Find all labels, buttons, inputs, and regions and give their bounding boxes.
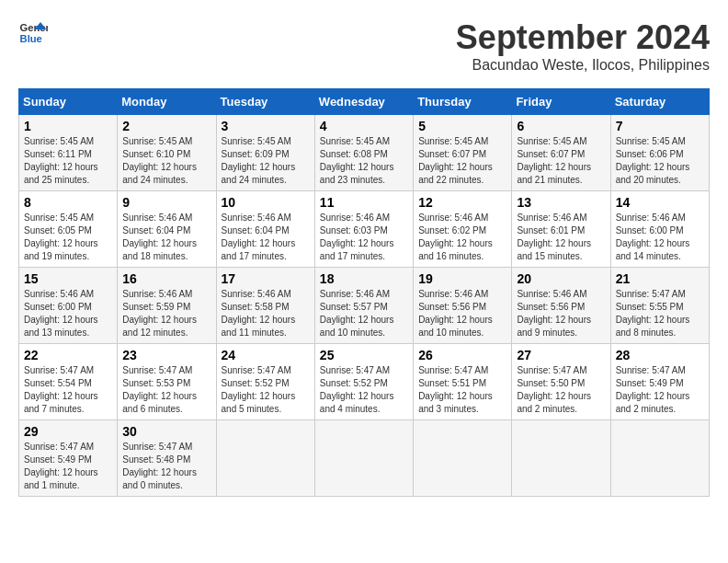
day-info: Sunrise: 5:46 AM Sunset: 6:01 PM Dayligh… (517, 212, 605, 263)
day-cell-26: 26 Sunrise: 5:47 AM Sunset: 5:51 PM Dayl… (414, 344, 512, 420)
day-info: Sunrise: 5:45 AM Sunset: 6:11 PM Dayligh… (24, 135, 112, 187)
day-number: 20 (517, 271, 605, 286)
day-info: Sunrise: 5:45 AM Sunset: 6:07 PM Dayligh… (517, 135, 605, 187)
week-row-3: 15 Sunrise: 5:46 AM Sunset: 6:00 PM Dayl… (19, 268, 710, 344)
header-cell-monday: Monday (118, 89, 216, 115)
day-cell-22: 22 Sunrise: 5:47 AM Sunset: 5:54 PM Dayl… (19, 344, 118, 420)
day-number: 11 (320, 195, 408, 210)
day-cell-1: 1 Sunrise: 5:45 AM Sunset: 6:11 PM Dayli… (19, 115, 118, 191)
day-number: 4 (320, 119, 408, 133)
day-cell-13: 13 Sunrise: 5:46 AM Sunset: 6:01 PM Dayl… (512, 191, 610, 268)
day-info: Sunrise: 5:47 AM Sunset: 5:54 PM Dayligh… (24, 364, 112, 416)
day-number: 10 (222, 195, 310, 210)
day-cell-4: 4 Sunrise: 5:45 AM Sunset: 6:08 PM Dayli… (314, 115, 413, 191)
day-info: Sunrise: 5:46 AM Sunset: 6:00 PM Dayligh… (24, 288, 112, 339)
day-cell-28: 28 Sunrise: 5:47 AM Sunset: 5:49 PM Dayl… (610, 344, 709, 420)
week-row-4: 22 Sunrise: 5:47 AM Sunset: 5:54 PM Dayl… (19, 344, 710, 420)
day-number: 13 (517, 195, 605, 210)
day-number: 6 (517, 119, 605, 133)
day-cell-19: 19 Sunrise: 5:46 AM Sunset: 5:56 PM Dayl… (414, 268, 512, 344)
day-cell-18: 18 Sunrise: 5:46 AM Sunset: 5:57 PM Dayl… (314, 268, 413, 344)
day-info: Sunrise: 5:47 AM Sunset: 5:50 PM Dayligh… (517, 364, 605, 416)
day-cell-3: 3 Sunrise: 5:45 AM Sunset: 6:09 PM Dayli… (216, 115, 314, 191)
day-number: 17 (222, 271, 310, 286)
day-number: 25 (320, 348, 408, 362)
day-info: Sunrise: 5:46 AM Sunset: 5:56 PM Dayligh… (517, 288, 605, 339)
day-number: 23 (122, 348, 210, 362)
day-info: Sunrise: 5:46 AM Sunset: 6:02 PM Dayligh… (418, 212, 506, 263)
day-number: 22 (24, 348, 112, 362)
header-cell-sunday: Sunday (19, 89, 118, 115)
day-number: 12 (418, 195, 506, 210)
month-title: September 2024 (456, 18, 710, 57)
day-info: Sunrise: 5:45 AM Sunset: 6:08 PM Dayligh… (320, 135, 408, 187)
week-row-5: 29 Sunrise: 5:47 AM Sunset: 5:49 PM Dayl… (19, 420, 710, 497)
day-number: 19 (418, 271, 506, 286)
day-cell-8: 8 Sunrise: 5:45 AM Sunset: 6:05 PM Dayli… (19, 191, 118, 268)
calendar-table: SundayMondayTuesdayWednesdayThursdayFrid… (18, 88, 710, 497)
week-row-2: 8 Sunrise: 5:45 AM Sunset: 6:05 PM Dayli… (19, 191, 710, 268)
empty-cell (314, 420, 413, 497)
empty-cell (610, 420, 709, 497)
day-cell-9: 9 Sunrise: 5:46 AM Sunset: 6:04 PM Dayli… (118, 191, 216, 268)
day-number: 14 (616, 195, 704, 210)
day-info: Sunrise: 5:45 AM Sunset: 6:06 PM Dayligh… (616, 135, 704, 187)
day-cell-25: 25 Sunrise: 5:47 AM Sunset: 5:52 PM Dayl… (314, 344, 413, 420)
day-info: Sunrise: 5:45 AM Sunset: 6:10 PM Dayligh… (122, 135, 210, 187)
day-info: Sunrise: 5:47 AM Sunset: 5:55 PM Dayligh… (616, 288, 704, 339)
day-info: Sunrise: 5:45 AM Sunset: 6:09 PM Dayligh… (222, 135, 310, 187)
day-number: 16 (122, 271, 210, 286)
day-cell-10: 10 Sunrise: 5:46 AM Sunset: 6:04 PM Dayl… (216, 191, 314, 268)
day-cell-12: 12 Sunrise: 5:46 AM Sunset: 6:02 PM Dayl… (414, 191, 512, 268)
day-cell-7: 7 Sunrise: 5:45 AM Sunset: 6:06 PM Dayli… (610, 115, 709, 191)
day-number: 24 (222, 348, 310, 362)
day-info: Sunrise: 5:47 AM Sunset: 5:52 PM Dayligh… (320, 364, 408, 416)
day-cell-27: 27 Sunrise: 5:47 AM Sunset: 5:50 PM Dayl… (512, 344, 610, 420)
header-cell-wednesday: Wednesday (314, 89, 413, 115)
empty-cell (216, 420, 314, 497)
logo: General Blue (18, 18, 48, 48)
header-cell-tuesday: Tuesday (216, 89, 314, 115)
day-cell-14: 14 Sunrise: 5:46 AM Sunset: 6:00 PM Dayl… (610, 191, 709, 268)
day-number: 29 (24, 424, 112, 439)
day-cell-5: 5 Sunrise: 5:45 AM Sunset: 6:07 PM Dayli… (414, 115, 512, 191)
day-cell-15: 15 Sunrise: 5:46 AM Sunset: 6:00 PM Dayl… (19, 268, 118, 344)
day-info: Sunrise: 5:47 AM Sunset: 5:49 PM Dayligh… (616, 364, 704, 416)
day-cell-21: 21 Sunrise: 5:47 AM Sunset: 5:55 PM Dayl… (610, 268, 709, 344)
day-cell-11: 11 Sunrise: 5:46 AM Sunset: 6:03 PM Dayl… (314, 191, 413, 268)
day-cell-29: 29 Sunrise: 5:47 AM Sunset: 5:49 PM Dayl… (19, 420, 118, 497)
svg-text:Blue: Blue (20, 33, 42, 44)
day-info: Sunrise: 5:46 AM Sunset: 6:04 PM Dayligh… (222, 212, 310, 263)
day-number: 9 (122, 195, 210, 210)
day-info: Sunrise: 5:46 AM Sunset: 5:57 PM Dayligh… (320, 288, 408, 339)
day-cell-20: 20 Sunrise: 5:46 AM Sunset: 5:56 PM Dayl… (512, 268, 610, 344)
header-row: SundayMondayTuesdayWednesdayThursdayFrid… (19, 89, 710, 115)
header-cell-friday: Friday (512, 89, 610, 115)
day-info: Sunrise: 5:45 AM Sunset: 6:05 PM Dayligh… (24, 212, 112, 263)
day-number: 15 (24, 271, 112, 286)
day-cell-17: 17 Sunrise: 5:46 AM Sunset: 5:58 PM Dayl… (216, 268, 314, 344)
day-cell-6: 6 Sunrise: 5:45 AM Sunset: 6:07 PM Dayli… (512, 115, 610, 191)
day-info: Sunrise: 5:47 AM Sunset: 5:53 PM Dayligh… (122, 364, 210, 416)
day-info: Sunrise: 5:46 AM Sunset: 6:03 PM Dayligh… (320, 212, 408, 263)
day-number: 18 (320, 271, 408, 286)
day-cell-30: 30 Sunrise: 5:47 AM Sunset: 5:48 PM Dayl… (118, 420, 216, 497)
day-info: Sunrise: 5:47 AM Sunset: 5:49 PM Dayligh… (24, 441, 112, 492)
location-title: Bacundao Weste, Ilocos, Philippines (456, 57, 710, 74)
empty-cell (512, 420, 610, 497)
day-info: Sunrise: 5:47 AM Sunset: 5:52 PM Dayligh… (222, 364, 310, 416)
day-cell-2: 2 Sunrise: 5:45 AM Sunset: 6:10 PM Dayli… (118, 115, 216, 191)
day-info: Sunrise: 5:46 AM Sunset: 5:59 PM Dayligh… (122, 288, 210, 339)
title-section: September 2024 Bacundao Weste, Ilocos, P… (456, 18, 710, 74)
day-info: Sunrise: 5:46 AM Sunset: 5:58 PM Dayligh… (222, 288, 310, 339)
day-number: 30 (122, 424, 210, 439)
day-info: Sunrise: 5:46 AM Sunset: 6:00 PM Dayligh… (616, 212, 704, 263)
day-cell-16: 16 Sunrise: 5:46 AM Sunset: 5:59 PM Dayl… (118, 268, 216, 344)
day-number: 2 (122, 119, 210, 133)
day-number: 1 (24, 119, 112, 133)
day-cell-24: 24 Sunrise: 5:47 AM Sunset: 5:52 PM Dayl… (216, 344, 314, 420)
header-cell-saturday: Saturday (610, 89, 709, 115)
day-number: 28 (616, 348, 704, 362)
header: General Blue September 2024 Bacundao Wes… (18, 18, 710, 74)
day-number: 5 (418, 119, 506, 133)
